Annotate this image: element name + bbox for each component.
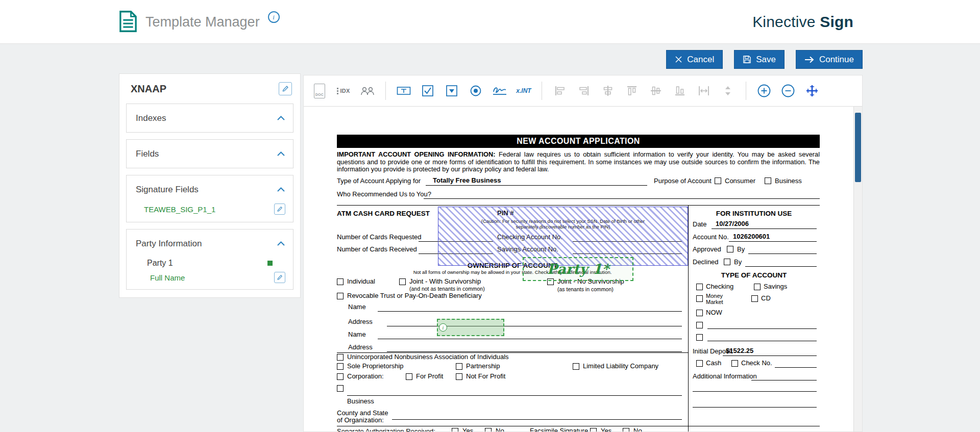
column-divider	[688, 205, 689, 431]
form-label: Business	[775, 177, 802, 185]
rule-line	[392, 419, 682, 420]
nudge-spinner-icon[interactable]	[719, 81, 737, 101]
rule-line	[775, 367, 817, 368]
rule-line	[378, 339, 682, 339]
section-signature-fields: Signature Fields TEAWEB_SIG_P1_1	[126, 175, 293, 222]
document-viewer[interactable]: NEW ACCOUNT APPLICATION IMPORTANT ACCOUN…	[304, 107, 862, 431]
index-view-icon[interactable]: IDX	[335, 81, 352, 101]
party-item[interactable]: Party 1	[127, 258, 293, 272]
checkbox-tool-icon[interactable]	[419, 81, 436, 101]
page-title: Template Manager	[145, 14, 260, 30]
cancel-button[interactable]: Cancel	[666, 50, 723, 69]
rule-line	[387, 326, 682, 326]
align-top-icon[interactable]	[623, 81, 641, 101]
form-sublabel: (and not as tenants in common)	[409, 286, 485, 292]
viewer-scrollbar[interactable]	[853, 107, 862, 431]
form-label: By	[734, 259, 742, 266]
form-label: Joint - With Survivorship	[409, 278, 481, 286]
continue-button[interactable]: Continue	[796, 50, 863, 69]
form-checkbox	[696, 322, 703, 328]
form-checkbox	[337, 363, 344, 370]
section-fields-header[interactable]: Fields	[127, 140, 293, 168]
form-label: For Profit	[416, 373, 443, 380]
template-name: XNAAP	[131, 83, 166, 95]
rule-line	[751, 380, 817, 380]
arrow-right-icon	[804, 56, 815, 63]
form-label: Checking	[706, 283, 733, 291]
rule-line	[693, 391, 817, 392]
rule-line	[693, 407, 817, 408]
form-label: Savings	[764, 283, 787, 291]
form-label: Yes	[462, 427, 473, 431]
party-name-overlay[interactable]: Party 1*	[523, 257, 633, 281]
chevron-up-icon	[277, 239, 285, 248]
form-label: Partnership	[466, 363, 500, 370]
zoom-out-icon[interactable]	[779, 81, 797, 101]
form-checkbox	[573, 363, 579, 370]
party-field-full-name[interactable]: Full Name	[127, 272, 293, 289]
form-checkbox	[399, 278, 406, 285]
save-disk-icon	[743, 55, 751, 64]
section-fields: Fields	[126, 139, 293, 168]
form-label: Number of Cards Received	[337, 246, 417, 253]
section-divider	[337, 205, 820, 206]
align-right-icon[interactable]	[575, 81, 593, 101]
form-checkbox	[337, 354, 344, 361]
section-party-information-header[interactable]: Party Information	[127, 230, 293, 258]
rule-line	[707, 341, 817, 341]
zoom-in-icon[interactable]	[755, 81, 773, 101]
dropdown-tool-icon[interactable]	[443, 81, 460, 101]
section-indexes-header[interactable]: Indexes	[127, 104, 293, 132]
form-value: Totally Free Business	[433, 177, 501, 185]
form-label: Name	[348, 303, 366, 311]
match-size-icon[interactable]	[695, 81, 713, 101]
form-label: Address	[348, 344, 373, 351]
form-checkbox	[731, 360, 738, 367]
edit-party-field-button[interactable]	[274, 272, 285, 283]
align-middle-icon[interactable]	[647, 81, 665, 101]
form-label: Purpose of Account	[654, 177, 712, 185]
rule-line	[729, 241, 817, 242]
pencil-icon	[277, 274, 283, 281]
save-button[interactable]: Save	[734, 50, 785, 69]
section-party-information: Party Information Party 1 Full Name	[126, 229, 293, 290]
align-left-icon[interactable]	[551, 81, 569, 101]
toolbar-separator	[746, 82, 746, 100]
form-checkbox	[337, 293, 344, 299]
info-icon[interactable]: i	[268, 11, 280, 23]
align-center-icon[interactable]	[599, 81, 617, 101]
form-label: Type of Account Applying for	[337, 177, 421, 185]
signature-tool-icon[interactable]	[491, 81, 508, 101]
full-name-field-overlay[interactable]: i	[437, 319, 504, 336]
form-label: Check No.	[741, 360, 772, 367]
rule-line	[745, 266, 817, 267]
radio-tool-icon[interactable]	[467, 81, 484, 101]
center-fields-icon[interactable]	[803, 81, 821, 101]
edit-template-button[interactable]	[279, 82, 292, 95]
align-bottom-icon[interactable]	[671, 81, 689, 101]
scrollbar-thumb[interactable]	[855, 113, 861, 182]
form-label: Facsimile Signature	[530, 427, 588, 431]
app-header: Template Manager i Kinective Sign	[0, 0, 980, 44]
form-label: Date	[693, 221, 706, 228]
section-title: TYPE OF ACCOUNT	[688, 271, 820, 279]
form-label: Individual	[347, 278, 375, 286]
signature-field-item[interactable]: TEAWEB_SIG_P1_1	[127, 204, 293, 222]
text-field-tool-icon[interactable]	[395, 81, 412, 101]
form-label: Name	[348, 331, 366, 339]
document-view-icon[interactable]: DOC	[311, 81, 328, 101]
ownership-note: Not all forms of ownership may be allowe…	[337, 269, 688, 275]
form-label: Corporation:	[347, 373, 384, 380]
form-label: Who Recommended Us to You?	[337, 191, 431, 198]
section-signature-fields-header[interactable]: Signature Fields	[127, 175, 293, 204]
form-label: Cash	[706, 360, 721, 367]
form-label: No	[633, 427, 642, 431]
parties-icon[interactable]	[359, 81, 376, 101]
form-checkbox	[727, 246, 733, 252]
edit-signature-field-button[interactable]	[274, 204, 285, 215]
editor-toolbar: DOC IDX x.INT	[304, 75, 862, 107]
initials-tool-icon[interactable]: x.INT	[515, 81, 532, 101]
cancel-x-icon	[675, 56, 682, 63]
form-checkbox	[751, 295, 758, 302]
form-label: Business	[347, 398, 374, 405]
